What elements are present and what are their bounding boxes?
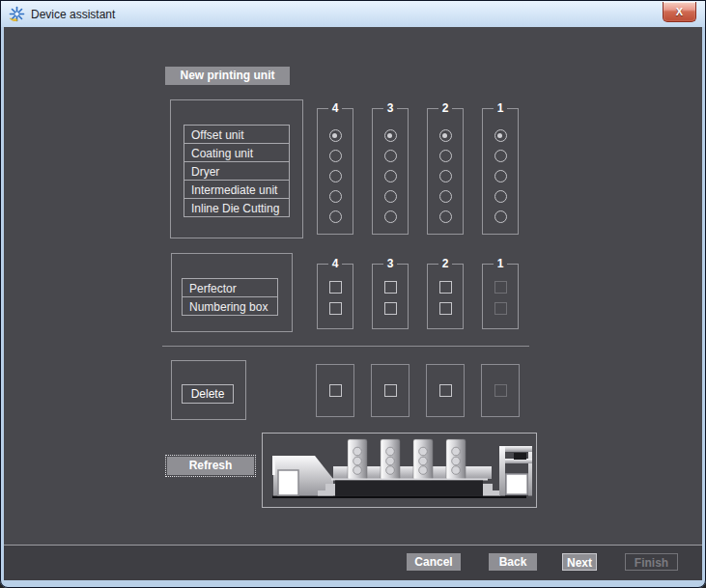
unit-column-2-number: 2 xyxy=(438,101,453,115)
radio-button[interactable] xyxy=(329,170,342,182)
unit-column-4-number: 4 xyxy=(328,101,343,115)
checkbox[interactable] xyxy=(384,302,397,315)
window-title: Device assistant xyxy=(31,8,115,21)
titlebar: Device assistant X xyxy=(1,1,705,27)
accessory-column-3: 3 xyxy=(372,257,409,329)
checkbox[interactable] xyxy=(329,281,342,294)
accessory-column-2-number: 2 xyxy=(438,257,453,270)
unit-column-3: 3 xyxy=(372,101,409,235)
delete-button[interactable]: Delete xyxy=(182,384,234,404)
delete-slot-2 xyxy=(426,364,465,417)
unit-column-3-number: 3 xyxy=(383,101,398,115)
checkbox-disabled xyxy=(494,302,507,315)
radio-button[interactable] xyxy=(329,150,342,162)
radio-button[interactable] xyxy=(329,129,342,142)
checkbox[interactable] xyxy=(329,384,342,397)
delete-slot-1 xyxy=(481,364,520,417)
dialog-body: New printing unit Offset unit Coating un… xyxy=(4,27,702,580)
radio-button[interactable] xyxy=(494,170,507,182)
radio-button[interactable] xyxy=(494,129,507,142)
radio-button[interactable] xyxy=(439,210,452,223)
accessory-column-4: 4 xyxy=(317,257,353,329)
accessory-labels: Perfector Numbering box xyxy=(182,278,278,316)
finish-button: Finish xyxy=(625,553,678,571)
checkbox[interactable] xyxy=(384,384,397,397)
checkbox[interactable] xyxy=(439,302,452,315)
refresh-button[interactable]: Refresh xyxy=(167,457,254,475)
unit-type-label-inline-die-cutting: Inline Die Cutting xyxy=(184,198,290,217)
back-button[interactable]: Back xyxy=(489,553,537,571)
accessory-column-2: 2 xyxy=(427,257,464,329)
unit-type-label-offset: Offset unit xyxy=(184,125,290,144)
radio-button[interactable] xyxy=(329,190,342,203)
checkbox[interactable] xyxy=(384,281,397,294)
checkbox[interactable] xyxy=(439,281,452,294)
unit-column-2: 2 xyxy=(427,101,464,235)
radio-button[interactable] xyxy=(384,170,397,182)
accessory-column-1-number: 1 xyxy=(494,257,508,270)
next-button[interactable]: Next xyxy=(562,553,597,571)
unit-column-1-number: 1 xyxy=(494,101,508,115)
accessory-label-numbering-box: Numbering box xyxy=(182,296,278,316)
accessory-column-1: 1 xyxy=(482,257,519,329)
delete-slot-3 xyxy=(371,364,409,417)
radio-button[interactable] xyxy=(439,170,452,182)
accessory-column-3-number: 3 xyxy=(383,257,398,270)
radio-button[interactable] xyxy=(384,190,397,203)
checkbox[interactable] xyxy=(329,302,342,315)
radio-button[interactable] xyxy=(494,190,507,203)
radio-button[interactable] xyxy=(384,129,397,142)
accessory-label-perfector: Perfector xyxy=(182,278,278,297)
checkbox[interactable] xyxy=(439,384,452,397)
radio-button[interactable] xyxy=(384,150,397,162)
radio-button[interactable] xyxy=(439,150,452,162)
unit-type-label-dryer: Dryer xyxy=(184,161,290,181)
press-diagram-frame xyxy=(262,433,537,508)
accessory-column-4-number: 4 xyxy=(328,257,343,270)
device-assistant-window: Device assistant X New printing unit Off… xyxy=(0,0,706,588)
delete-slot-4 xyxy=(316,364,354,417)
checkbox-disabled xyxy=(494,384,507,397)
checkbox-disabled xyxy=(494,281,507,294)
unit-column-4: 4 xyxy=(317,101,353,235)
new-printing-unit-button[interactable]: New printing unit xyxy=(165,67,290,85)
radio-button[interactable] xyxy=(329,210,342,223)
cancel-button[interactable]: Cancel xyxy=(407,553,461,571)
radio-button[interactable] xyxy=(439,129,452,142)
unit-type-label-coating: Coating unit xyxy=(184,143,290,162)
app-icon xyxy=(9,6,25,22)
radio-button[interactable] xyxy=(384,210,397,223)
unit-type-label-intermediate: Intermediate unit xyxy=(184,180,290,199)
footer-bar: Cancel Back Next Finish xyxy=(4,545,702,580)
radio-button[interactable] xyxy=(494,150,507,162)
radio-button[interactable] xyxy=(494,210,507,223)
radio-button[interactable] xyxy=(439,190,452,203)
unit-type-labels: Offset unit Coating unit Dryer Intermedi… xyxy=(184,125,290,217)
close-button[interactable]: X xyxy=(663,2,696,22)
section-separator xyxy=(162,346,529,347)
unit-column-1: 1 xyxy=(482,101,519,235)
press-diagram xyxy=(263,434,536,507)
